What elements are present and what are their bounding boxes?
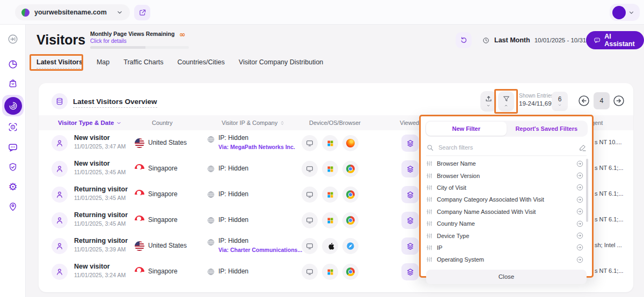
tab-latest-visitors[interactable]: Latest Visitors bbox=[36, 58, 83, 69]
tab-traffic-charts[interactable]: Traffic Charts bbox=[123, 58, 163, 69]
quota-details-link[interactable]: Click for details bbox=[90, 38, 190, 44]
avatar bbox=[612, 6, 626, 19]
filter-item-city-of-visit[interactable]: City of Visit bbox=[426, 182, 588, 194]
chevron-down-icon bbox=[628, 9, 635, 16]
arrow-right-circle-icon[interactable] bbox=[576, 183, 584, 191]
open-site-button[interactable] bbox=[134, 5, 150, 20]
refresh-icon bbox=[459, 36, 468, 44]
page-size-value: 6 bbox=[558, 95, 562, 103]
active-item-circle bbox=[4, 97, 22, 115]
country-name: Singapore bbox=[148, 268, 178, 275]
sidebar-collapse-button[interactable] bbox=[5, 31, 21, 47]
sidebar-item-audience[interactable] bbox=[5, 119, 21, 135]
filter-item-browser-name[interactable]: Browser Name bbox=[426, 158, 588, 169]
sidebar-item-security[interactable] bbox=[5, 159, 21, 175]
sidebar-item-analytics[interactable] bbox=[5, 56, 21, 72]
tab-map[interactable]: Map bbox=[97, 58, 109, 69]
page-title: Visitors bbox=[36, 32, 85, 48]
infinity-symbol: ∞ bbox=[179, 30, 186, 39]
filter-item-operating-system[interactable]: Operating System bbox=[426, 254, 588, 265]
account-menu[interactable] bbox=[610, 4, 640, 21]
arrow-right-circle-icon[interactable] bbox=[576, 207, 584, 216]
tab-visitor-company-distribution[interactable]: Visitor Company Distribution bbox=[239, 58, 323, 69]
filter-item-ip[interactable]: IP bbox=[426, 242, 588, 254]
user-agent-fragment: s NT 10.... bbox=[595, 139, 622, 145]
visit-date: 11/01/2025, 3:39 AM bbox=[74, 246, 126, 253]
arrow-right-circle-icon[interactable] bbox=[576, 232, 584, 240]
visitor-type: New visitor bbox=[74, 134, 110, 142]
arrow-right-circle-icon[interactable] bbox=[576, 256, 584, 264]
sidebar-item-visitors-active[interactable] bbox=[2, 95, 24, 116]
sliders-icon bbox=[426, 256, 433, 263]
site-name: yourwebsitename.com bbox=[34, 9, 111, 16]
viewed-pages-button[interactable] bbox=[401, 263, 419, 280]
export-button[interactable] bbox=[480, 91, 496, 112]
sidebar-item-commerce[interactable] bbox=[5, 75, 21, 91]
visitor-avatar bbox=[52, 135, 68, 151]
column-visitor-type-date[interactable]: Visitor Type & Date bbox=[58, 120, 122, 126]
sliders-icon bbox=[426, 209, 433, 215]
person-icon bbox=[55, 165, 64, 173]
filter-item-company-name[interactable]: Company Name Associated With Visit bbox=[426, 206, 588, 218]
arrow-right-circle-icon[interactable] bbox=[576, 196, 584, 204]
sidebar-item-settings[interactable]: ⚙ bbox=[5, 179, 21, 195]
singapore-flag-icon bbox=[135, 216, 144, 225]
database-icon bbox=[52, 93, 68, 109]
current-page-indicator[interactable]: 4 bbox=[594, 92, 610, 109]
filter-item-country-name[interactable]: Country Name bbox=[426, 218, 588, 229]
shopping-bag-icon bbox=[8, 78, 18, 88]
desktop-device-icon bbox=[302, 187, 318, 203]
singapore-flag-icon bbox=[135, 164, 144, 174]
funnel-filter-icon bbox=[502, 95, 510, 103]
next-page-button[interactable] bbox=[612, 94, 626, 108]
chevron-down-icon bbox=[557, 103, 562, 107]
refresh-button[interactable] bbox=[456, 32, 472, 48]
arrow-right-circle-icon[interactable] bbox=[576, 243, 584, 251]
globe-icon bbox=[207, 216, 215, 225]
top-bar: yourwebsitename.com bbox=[0, 0, 644, 25]
filter-item-company-category[interactable]: Company Category Associated With Visit bbox=[426, 194, 588, 205]
column-visitor-ip-company[interactable]: Visitor IP & Company bbox=[222, 120, 285, 126]
previous-page-button[interactable] bbox=[577, 94, 591, 108]
site-selector[interactable]: yourwebsitename.com bbox=[15, 4, 130, 20]
viewed-pages-button[interactable] bbox=[401, 237, 419, 255]
scrollbar[interactable] bbox=[586, 159, 588, 222]
viewed-pages-button[interactable] bbox=[401, 135, 419, 152]
arrow-right-circle-icon[interactable] bbox=[576, 160, 584, 168]
arrow-right-circle-icon[interactable] bbox=[576, 172, 584, 180]
sidebar-item-locations[interactable] bbox=[5, 198, 21, 214]
filter-item-browser-version[interactable]: Browser Version bbox=[426, 169, 588, 181]
layers-icon bbox=[406, 165, 415, 174]
viewed-pages-button[interactable] bbox=[401, 186, 419, 203]
filter-item-device-type[interactable]: Device Type bbox=[426, 229, 588, 241]
sort-icon bbox=[280, 120, 285, 126]
tab-countries-cities[interactable]: Countries/Cities bbox=[178, 58, 225, 69]
company-link[interactable]: Via: MegaPath Networks Inc. bbox=[218, 144, 295, 150]
filter-button[interactable] bbox=[498, 91, 514, 112]
layers-icon bbox=[406, 190, 415, 199]
windows-icon bbox=[322, 212, 338, 228]
layers-icon bbox=[406, 216, 415, 225]
tab-reports-saved-filters[interactable]: Report's Saved Filters bbox=[507, 122, 587, 136]
ai-assistant-button[interactable]: AI Assistant bbox=[586, 31, 644, 49]
clear-eraser-icon[interactable] bbox=[579, 144, 587, 152]
tab-new-filter[interactable]: New Filter bbox=[426, 122, 507, 136]
company-link[interactable]: Via: Charter Communications... bbox=[218, 247, 302, 253]
sliders-icon bbox=[426, 160, 433, 167]
viewed-pages-button[interactable] bbox=[401, 160, 419, 177]
visit-date: 11/01/2025, 3:45 AM bbox=[74, 169, 126, 175]
sidebar-item-chat[interactable] bbox=[5, 139, 21, 155]
page-size-selector[interactable]: 6 bbox=[552, 92, 568, 111]
country-name: Singapore bbox=[148, 190, 178, 198]
close-filter-button[interactable]: Close bbox=[426, 270, 587, 284]
collapse-arrow-icon bbox=[7, 33, 19, 45]
windows-icon bbox=[322, 187, 338, 203]
arrow-right-circle-icon[interactable] bbox=[576, 220, 584, 228]
sliders-icon bbox=[426, 196, 433, 203]
quota-progress-bar bbox=[90, 46, 189, 49]
filter-search-input[interactable] bbox=[438, 144, 574, 151]
visitor-type: New visitor bbox=[74, 160, 110, 167]
quota-progress-fill bbox=[90, 46, 145, 49]
viewed-pages-button[interactable] bbox=[401, 212, 419, 229]
country-name: Singapore bbox=[148, 216, 178, 224]
